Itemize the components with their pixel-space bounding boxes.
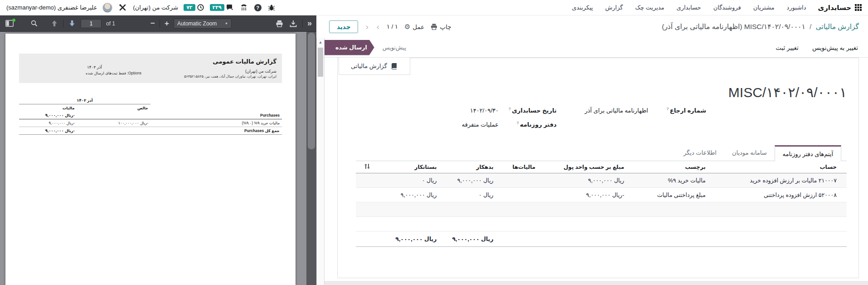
activities-menu[interactable]: ۷۲: [184, 4, 204, 11]
user-menu[interactable]: علیرضا غضنفری (sazmanyar-demo): [6, 4, 97, 11]
cell-debit[interactable]: ریال ۹,۰۰۰,۰۰۰: [442, 173, 499, 188]
empty-row: [356, 202, 847, 217]
action-menu-button[interactable]: ⚙ عمل: [404, 23, 425, 30]
grid-icon: [855, 4, 862, 11]
notebook-tabs: آیتم‌های دفتر روزنامه سامانه مودیان اطلا…: [356, 145, 847, 161]
pdf-attachment-viewer: of 1 − + Automatic Zoom ▲▼ » گزارش مالیا…: [0, 15, 316, 285]
sidebar-toggle-icon[interactable]: [5, 19, 15, 28]
zoom-out-button[interactable]: −: [150, 20, 155, 27]
company-switcher[interactable]: شرکت من (تهران): [133, 4, 178, 11]
status-step-draft[interactable]: پیش‌نویس: [374, 44, 415, 51]
tab-other-info[interactable]: اطلاعات دیگر: [676, 145, 724, 161]
journal-field-row: دفتر روزنامه? عملیات متفرقه: [402, 121, 557, 133]
menu-vendors[interactable]: فروشندگان: [713, 4, 741, 11]
pager-next-icon[interactable]: ›: [376, 22, 380, 31]
report-row-net: [77, 127, 150, 135]
page-down-icon[interactable]: [68, 19, 76, 28]
zoom-level-select[interactable]: Automatic Zoom ▲▼: [174, 19, 232, 29]
report-company-address: ایران، تهران، تهران، نیاوران جمال آباد، …: [24, 74, 276, 79]
cell-account[interactable]: ۵۲۰۰۰۸ ارزش افزوده پرداختنی: [711, 188, 847, 202]
report-row-label: جمع کل Purchases: [150, 127, 282, 135]
menu-reporting[interactable]: گزارش: [605, 4, 623, 11]
pager-previous-icon[interactable]: ‹: [364, 22, 369, 31]
phone-grid-icon[interactable]: [239, 3, 249, 12]
accounting-date-field-row: تاریخ حسابداری? ۱۴۰۲/۰۹/۳۰: [402, 107, 557, 119]
new-button[interactable]: جدید: [329, 20, 358, 33]
cell-amount-currency[interactable]: ریال ۹,۰۰۰,۰۰۰: [541, 173, 630, 188]
messages-menu[interactable]: ۲۳۹: [210, 4, 233, 11]
header-account[interactable]: حساب: [711, 161, 847, 173]
action-menu-label: عمل: [412, 23, 424, 30]
accounting-date-label: تاریخ حسابداری?: [503, 107, 557, 114]
report-row-tax: ریال ۹,۰۰۰,۰۰۰-: [45, 128, 75, 133]
breadcrumb-tax-report-link[interactable]: گزارش مالیاتی: [816, 23, 859, 30]
totals-row: ریال ۹,۰۰۰,۰۰۰ ریال ۹,۰۰۰,۰۰۰: [356, 231, 847, 247]
journal-item-row[interactable]: ۲۱۰۰۰۷ مالیات بر ارزش افزوده خرید مالیات…: [356, 173, 847, 188]
header-debit[interactable]: بدهکار: [442, 161, 499, 173]
accounting-date-value[interactable]: ۱۴۰۲/۰۹/۳۰: [470, 107, 499, 114]
cell-debit[interactable]: ریال ۰: [442, 188, 499, 202]
pdf-scrollbar[interactable]: [306, 32, 316, 285]
pdf-more-tools-button[interactable]: »: [307, 19, 312, 28]
report-options: Options: فقط ثبت‌های ارسال شده: [87, 71, 141, 75]
clock-icon: [197, 4, 204, 11]
bug-debug-icon[interactable]: [267, 3, 276, 12]
form-view: گزارش مالیاتی / MISC/۱۴۰۲/۰۹/۰۰۰۱ (اظهار…: [325, 15, 868, 285]
print-menu-button[interactable]: چاپ: [431, 23, 451, 30]
form-scrollbar[interactable]: ▲: [316, 15, 325, 285]
header-label[interactable]: برچسب: [630, 161, 711, 173]
tax-report-smart-button[interactable]: گزارش مالیاتی: [339, 58, 410, 75]
zoom-in-button[interactable]: +: [165, 20, 169, 27]
reset-to-draft-button[interactable]: تغییر به پیش‌نویس: [811, 42, 859, 53]
report-period-header-row: آذر ۱۴۰۲: [19, 97, 282, 104]
apps-menu[interactable]: حسابداری: [818, 4, 862, 12]
pdf-viewer-area: گزارش مالیات عمومی شرکت من (تهران) ایران…: [0, 32, 316, 285]
app-name[interactable]: حسابداری: [818, 4, 851, 12]
cell-amount-currency[interactable]: ریال ۹,۰۰۰,۰۰۰-: [541, 188, 630, 202]
cell-account[interactable]: ۲۱۰۰۰۷ مالیات بر ارزش افزوده خرید: [711, 173, 847, 188]
page-up-icon[interactable]: [50, 19, 58, 28]
help-icon[interactable]: ?: [254, 4, 262, 11]
cell-label[interactable]: مالیات خرید ۹%: [630, 173, 711, 188]
journal-item-row[interactable]: ۵۲۰۰۰۸ ارزش افزوده پرداختنی مبلغ پرداختن…: [356, 188, 847, 202]
tools-icon[interactable]: [118, 3, 127, 12]
scroll-up-arrow-icon[interactable]: ▲: [317, 38, 324, 44]
cell-credit[interactable]: ریال ۰: [378, 173, 442, 188]
optional-columns-icon[interactable]: [356, 161, 378, 173]
total-debit: ریال ۹,۰۰۰,۰۰۰: [442, 231, 499, 247]
pdf-print-icon[interactable]: [275, 19, 284, 28]
breadcrumb: گزارش مالیاتی / MISC/۱۴۰۲/۰۹/۰۰۰۱ (اظهار…: [662, 23, 859, 31]
menu-accounting[interactable]: حسابداری: [677, 4, 701, 11]
help-marker: ?: [666, 107, 669, 111]
report-net-header: خالص: [77, 104, 150, 112]
menu-configuration[interactable]: پیکربندی: [572, 4, 593, 11]
report-row-net: ریال ۱۰۰,۰۰۰,۰۰۰-: [118, 121, 148, 125]
header-amount-currency[interactable]: مبلغ بر حسب واحد پول: [541, 161, 630, 173]
tab-moadian-system[interactable]: سامانه مودیان: [724, 145, 775, 161]
journal-value[interactable]: عملیات متفرقه: [462, 121, 499, 128]
tab-journal-items[interactable]: آیتم‌های دفتر روزنامه: [775, 145, 841, 161]
pdf-download-icon[interactable]: [289, 19, 298, 28]
reference-field-row: شماره ارجاع? اظهارنامه مالیاتی برای آذر: [557, 107, 706, 119]
print-menu-label: چاپ: [440, 23, 451, 30]
help-marker: ?: [517, 121, 519, 125]
reference-field-value[interactable]: اظهارنامه مالیاتی برای آذر: [585, 107, 648, 114]
search-icon[interactable]: [30, 19, 39, 28]
header-taxes[interactable]: مالیات‌ها: [499, 161, 541, 173]
breadcrumb-separator: /: [810, 23, 811, 30]
cell-credit[interactable]: ریال ۹,۰۰۰,۰۰۰: [378, 188, 442, 202]
header-credit[interactable]: بستانکار: [378, 161, 442, 173]
cell-taxes[interactable]: [499, 188, 541, 202]
pager-counter: ۱ / ۱: [387, 23, 398, 30]
form-scrollbar-thumb[interactable]: [318, 48, 323, 77]
pdf-scrollbar-thumb[interactable]: [308, 33, 315, 149]
cell-taxes[interactable]: [499, 173, 541, 188]
menu-customers[interactable]: مشتریان: [753, 4, 775, 11]
report-row-tax: ریال ۹,۰۰۰,۰۰۰-: [48, 121, 74, 125]
modify-entry-button[interactable]: تغییر ثبت: [775, 42, 800, 53]
menu-check-management[interactable]: مدیریت چک: [635, 4, 664, 11]
user-avatar[interactable]: [102, 3, 112, 13]
page-number-input[interactable]: [81, 19, 102, 28]
cell-label[interactable]: مبلغ پرداختنی مالیات: [630, 188, 711, 202]
menu-dashboard[interactable]: داشبورد: [786, 4, 806, 11]
